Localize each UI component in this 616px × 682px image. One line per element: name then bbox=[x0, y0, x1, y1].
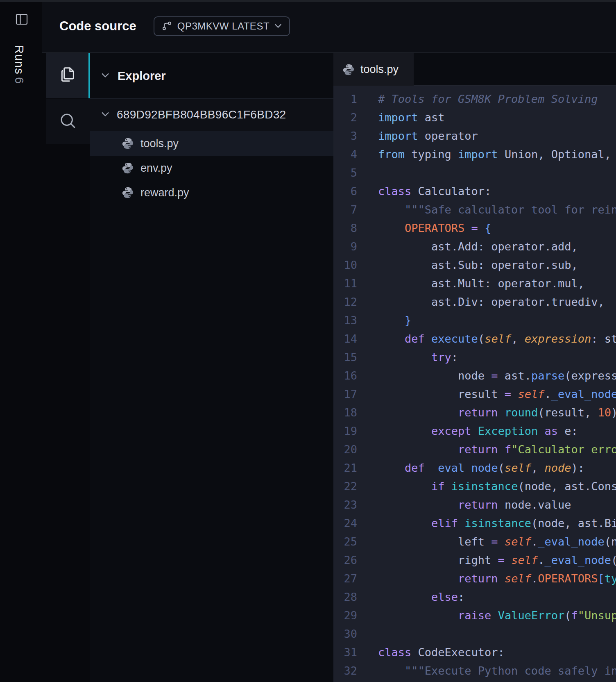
line-content: ast.Sub: operator.sub, bbox=[357, 259, 578, 271]
code-line: 3import operator bbox=[333, 127, 616, 145]
line-number: 11 bbox=[333, 274, 357, 293]
line-number: 19 bbox=[333, 422, 357, 440]
code-line: 28 else: bbox=[333, 588, 616, 606]
line-content: return round(result, 10) bbox=[357, 406, 616, 419]
line-number: 30 bbox=[333, 625, 357, 643]
code-line: 27 return self.OPERATORS[ty bbox=[333, 569, 616, 588]
line-content: } bbox=[357, 314, 411, 327]
search-icon bbox=[58, 111, 78, 133]
left-rail: Runs6 bbox=[0, 0, 42, 682]
line-number: 27 bbox=[333, 569, 357, 588]
version-selector-label: QP3MKVW LATEST bbox=[177, 20, 270, 32]
version-branch-icon bbox=[162, 20, 172, 32]
code-line: 24 elif isinstance(node, ast.Bi bbox=[333, 514, 616, 532]
line-number: 8 bbox=[333, 219, 357, 237]
chevron-down-icon bbox=[274, 23, 282, 30]
line-number: 26 bbox=[333, 551, 357, 569]
file-name: env.py bbox=[140, 162, 172, 175]
explorer-header[interactable]: Explorer bbox=[90, 53, 333, 98]
code-line: 18 return round(result, 10) bbox=[333, 403, 616, 422]
line-content bbox=[357, 166, 378, 179]
line-content: import ast bbox=[357, 111, 445, 124]
code-line: 5 bbox=[333, 164, 616, 182]
file-row-tools.py[interactable]: tools.py bbox=[90, 131, 333, 156]
line-number: 17 bbox=[333, 385, 357, 403]
line-number: 18 bbox=[333, 403, 357, 422]
editor: tools.py 1# Tools for GSM8K Problem Solv… bbox=[333, 53, 616, 682]
python-icon bbox=[122, 186, 134, 199]
code-line: 11 ast.Mult: operator.mul, bbox=[333, 274, 616, 293]
line-content: """Safe calculator tool for rein bbox=[357, 203, 616, 216]
page-header: Code source QP3MKVW LATEST bbox=[42, 0, 616, 53]
line-content: OPERATORS = { bbox=[357, 222, 491, 234]
activity-files-button[interactable] bbox=[46, 53, 90, 98]
tab-strip: tools.py bbox=[333, 53, 616, 86]
line-content: ast.Mult: operator.mul, bbox=[357, 277, 584, 290]
line-number: 16 bbox=[333, 366, 357, 385]
line-number: 29 bbox=[333, 606, 357, 625]
line-content: else: bbox=[357, 591, 464, 603]
file-row-reward.py[interactable]: reward.py bbox=[90, 180, 333, 205]
code-line: 17 result = self._eval_node bbox=[333, 385, 616, 403]
line-content: from typing import Union, Optional, bbox=[357, 148, 611, 161]
folder-name: 689D92BFB804BB96C1F6BD32 bbox=[117, 108, 286, 121]
line-content: import operator bbox=[357, 130, 478, 142]
toggle-sidebar-icon[interactable] bbox=[15, 13, 28, 27]
line-content: except Exception as e: bbox=[357, 425, 578, 437]
code-line: 2import ast bbox=[333, 108, 616, 127]
line-number: 14 bbox=[333, 330, 357, 348]
runs-count-badge: 6 bbox=[12, 77, 26, 84]
line-number: 31 bbox=[333, 643, 357, 662]
code-line: 23 return node.value bbox=[333, 496, 616, 514]
line-content: left = self._eval_node(n bbox=[357, 535, 616, 548]
code-line: 21 def _eval_node(self, node): bbox=[333, 459, 616, 477]
line-number: 28 bbox=[333, 588, 357, 606]
line-number: 21 bbox=[333, 459, 357, 477]
code-line: 22 if isinstance(node, ast.Cons bbox=[333, 477, 616, 496]
line-number: 13 bbox=[333, 311, 357, 330]
line-content: ast.Div: operator.truediv, bbox=[357, 296, 605, 308]
line-number: 32 bbox=[333, 662, 357, 680]
line-number: 7 bbox=[333, 200, 357, 219]
line-number: 4 bbox=[333, 145, 357, 164]
line-number: 23 bbox=[333, 496, 357, 514]
code-source-page: Runs6 Code source QP3MKVW LATEST bbox=[0, 0, 616, 682]
line-number: 25 bbox=[333, 532, 357, 551]
code-line: 8 OPERATORS = { bbox=[333, 219, 616, 237]
line-number: 20 bbox=[333, 440, 357, 459]
code-line: 6class Calculator: bbox=[333, 182, 616, 200]
tab-tools-py[interactable]: tools.py bbox=[333, 53, 414, 86]
line-content: class Calculator: bbox=[357, 185, 491, 198]
line-content bbox=[357, 627, 378, 640]
line-number: 3 bbox=[333, 127, 357, 145]
explorer-title: Explorer bbox=[118, 69, 166, 83]
line-content: return f"Calculator erro bbox=[357, 443, 616, 456]
version-selector[interactable]: QP3MKVW LATEST bbox=[154, 16, 290, 36]
line-content: def _eval_node(self, node): bbox=[357, 461, 584, 474]
runs-nav-label[interactable]: Runs6 bbox=[12, 45, 26, 84]
code-editor[interactable]: 1# Tools for GSM8K Problem Solving2impor… bbox=[333, 86, 616, 682]
files-icon bbox=[58, 65, 78, 86]
code-line: 25 left = self._eval_node(n bbox=[333, 532, 616, 551]
python-icon bbox=[122, 162, 134, 174]
code-line: 32 """Execute Python code safely in bbox=[333, 662, 616, 680]
code-line: 14 def execute(self, expression: st bbox=[333, 330, 616, 348]
line-content: result = self._eval_node bbox=[357, 388, 616, 400]
line-number: 2 bbox=[333, 108, 357, 127]
activity-bar bbox=[42, 53, 90, 682]
code-line: 19 except Exception as e: bbox=[333, 422, 616, 440]
line-content: raise ValueError(f"Unsup bbox=[357, 609, 616, 622]
line-content: node = ast.parse(express bbox=[357, 369, 616, 382]
code-line: 10 ast.Sub: operator.sub, bbox=[333, 256, 616, 274]
active-accent-bar bbox=[88, 53, 90, 98]
line-number: 5 bbox=[333, 164, 357, 182]
line-content: # Tools for GSM8K Problem Solving bbox=[357, 93, 598, 105]
runs-label: Runs bbox=[13, 45, 26, 75]
activity-search-button[interactable] bbox=[46, 98, 90, 144]
folder-row[interactable]: 689D92BFB804BB96C1F6BD32 bbox=[90, 98, 333, 131]
workspace: Explorer 689D92BFB804BB96C1F6BD32 tools.… bbox=[42, 53, 616, 682]
file-row-env.py[interactable]: env.py bbox=[90, 156, 333, 180]
line-number: 1 bbox=[333, 90, 357, 108]
chevron-down-icon bbox=[101, 72, 109, 80]
code-line: 31class CodeExecutor: bbox=[333, 643, 616, 662]
